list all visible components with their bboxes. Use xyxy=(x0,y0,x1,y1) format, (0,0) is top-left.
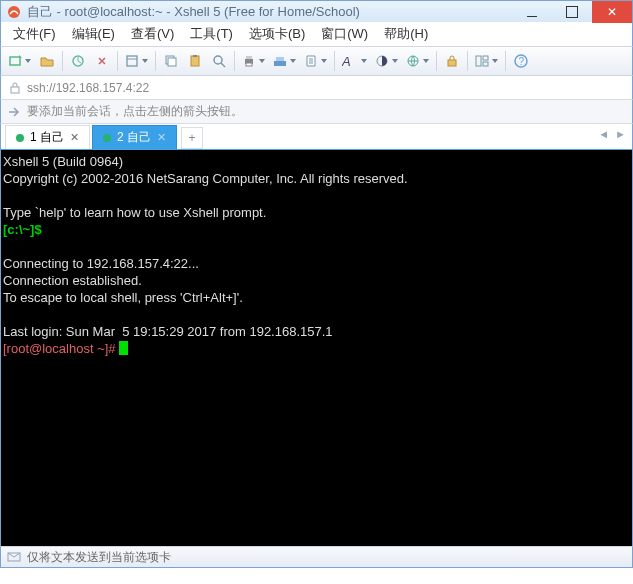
separator xyxy=(467,51,468,71)
reconnect-button[interactable] xyxy=(67,49,89,73)
print-button[interactable] xyxy=(239,49,268,73)
term-line: Xshell 5 (Build 0964) xyxy=(3,154,123,169)
menu-tabs[interactable]: 选项卡(B) xyxy=(241,23,313,45)
address-input[interactable] xyxy=(27,81,626,95)
disconnect-button[interactable] xyxy=(91,49,113,73)
font-button[interactable]: A xyxy=(339,49,370,73)
paste-button[interactable] xyxy=(184,49,206,73)
separator xyxy=(234,51,235,71)
term-line: Last login: Sun Mar 5 19:15:29 2017 from… xyxy=(3,324,333,339)
svg-rect-12 xyxy=(274,61,286,66)
svg-rect-23 xyxy=(11,87,19,93)
statusbar: 仅将文本发送到当前选项卡 xyxy=(0,546,633,568)
status-dot-icon xyxy=(16,134,24,142)
separator xyxy=(505,51,506,71)
tab-add-button[interactable]: + xyxy=(181,127,203,149)
svg-point-0 xyxy=(8,6,20,18)
term-line: Connection established. xyxy=(3,273,142,288)
tab-label: 1 自己 xyxy=(30,129,64,146)
status-dot-icon xyxy=(103,134,111,142)
toolbar: A ? xyxy=(0,46,633,76)
separator xyxy=(155,51,156,71)
term-line: Type `help' to learn how to use Xshell p… xyxy=(3,205,266,220)
lock-button[interactable] xyxy=(441,49,463,73)
svg-rect-1 xyxy=(10,57,20,65)
term-line: Copyright (c) 2002-2016 NetSarang Comput… xyxy=(3,171,408,186)
svg-rect-3 xyxy=(127,56,137,66)
lock-icon xyxy=(7,82,23,94)
svg-rect-18 xyxy=(476,56,481,66)
svg-text:?: ? xyxy=(519,56,525,67)
tab-2[interactable]: 2 自己 ✕ xyxy=(92,125,177,149)
svg-rect-7 xyxy=(193,55,197,57)
hint-text: 要添加当前会话，点击左侧的箭头按钮。 xyxy=(27,103,243,120)
svg-rect-17 xyxy=(448,60,456,66)
term-line: To escape to local shell, press 'Ctrl+Al… xyxy=(3,290,243,305)
term-remote-prompt: [root@localhost ~]# xyxy=(3,341,119,356)
minimize-button[interactable] xyxy=(512,1,552,23)
menubar: 文件(F) 编辑(E) 查看(V) 工具(T) 选项卡(B) 窗口(W) 帮助(… xyxy=(0,22,633,46)
cursor-icon xyxy=(119,341,128,355)
find-button[interactable] xyxy=(208,49,230,73)
separator xyxy=(62,51,63,71)
separator xyxy=(334,51,335,71)
layout-button[interactable] xyxy=(472,49,501,73)
menu-edit[interactable]: 编辑(E) xyxy=(64,23,123,45)
menu-window[interactable]: 窗口(W) xyxy=(313,23,376,45)
address-bar xyxy=(0,76,633,100)
svg-rect-5 xyxy=(168,58,176,66)
app-icon xyxy=(5,3,23,21)
menu-help[interactable]: 帮助(H) xyxy=(376,23,436,45)
xftp-button[interactable] xyxy=(270,49,299,73)
help-button[interactable]: ? xyxy=(510,49,532,73)
arrow-add-icon[interactable] xyxy=(7,105,21,119)
hint-bar: 要添加当前会话，点击左侧的箭头按钮。 xyxy=(0,100,633,124)
tab-nav: ◄ ► xyxy=(598,128,626,140)
properties-button[interactable] xyxy=(122,49,151,73)
script-button[interactable] xyxy=(301,49,330,73)
tab-next-icon[interactable]: ► xyxy=(615,128,626,140)
new-session-button[interactable] xyxy=(5,49,34,73)
status-text: 仅将文本发送到当前选项卡 xyxy=(27,549,171,566)
svg-rect-11 xyxy=(246,63,252,66)
svg-rect-6 xyxy=(191,56,199,66)
tab-close-icon[interactable]: ✕ xyxy=(157,131,166,144)
separator xyxy=(436,51,437,71)
term-line: Connecting to 192.168.157.4:22... xyxy=(3,256,199,271)
open-session-button[interactable] xyxy=(36,49,58,73)
close-button[interactable] xyxy=(592,1,632,23)
titlebar: 自己 - root@localhost:~ - Xshell 5 (Free f… xyxy=(0,0,633,22)
svg-rect-19 xyxy=(483,56,488,60)
menu-view[interactable]: 查看(V) xyxy=(123,23,182,45)
encoding-button[interactable] xyxy=(403,49,432,73)
tab-1[interactable]: 1 自己 ✕ xyxy=(5,125,90,149)
tab-close-icon[interactable]: ✕ xyxy=(70,131,79,144)
color-scheme-button[interactable] xyxy=(372,49,401,73)
copy-button[interactable] xyxy=(160,49,182,73)
menu-file[interactable]: 文件(F) xyxy=(5,23,64,45)
window-title: 自己 - root@localhost:~ - Xshell 5 (Free f… xyxy=(27,3,512,21)
svg-text:A: A xyxy=(342,54,351,68)
svg-point-8 xyxy=(214,56,222,64)
svg-rect-13 xyxy=(276,57,284,61)
send-mode-icon[interactable] xyxy=(7,550,21,564)
terminal[interactable]: Xshell 5 (Build 0964) Copyright (c) 2002… xyxy=(0,150,633,546)
window-controls xyxy=(512,1,632,22)
svg-rect-10 xyxy=(246,56,252,59)
svg-rect-20 xyxy=(483,62,488,66)
maximize-button[interactable] xyxy=(552,1,592,23)
tab-label: 2 自己 xyxy=(117,129,151,146)
separator xyxy=(117,51,118,71)
menu-tools[interactable]: 工具(T) xyxy=(182,23,241,45)
tab-prev-icon[interactable]: ◄ xyxy=(598,128,609,140)
term-local-prompt: [c:\~]$ xyxy=(3,222,42,237)
tabstrip: 1 自己 ✕ 2 自己 ✕ + ◄ ► xyxy=(0,124,633,150)
